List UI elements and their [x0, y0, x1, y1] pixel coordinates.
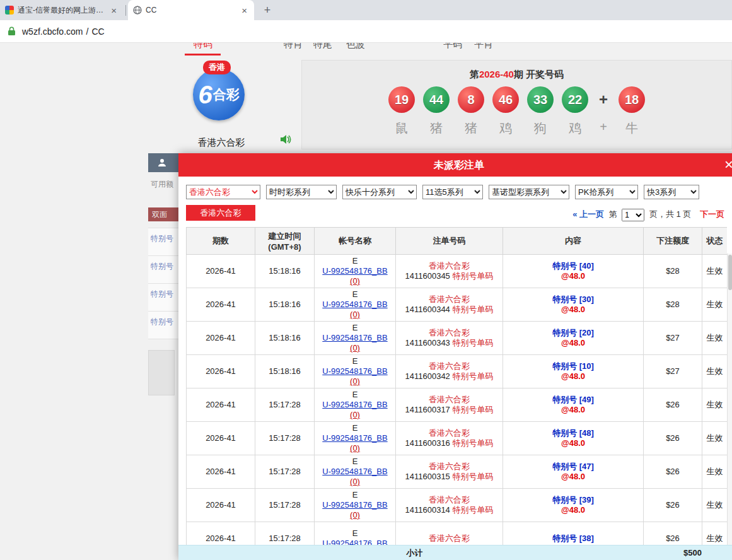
account-link[interactable]: U-992548176_BB: [322, 500, 387, 510]
account-prefix: E: [317, 457, 393, 467]
subtotal-label: 小计: [186, 545, 643, 560]
account-link[interactable]: U-992548176_BB: [322, 266, 387, 276]
plus-sign: +: [599, 86, 608, 113]
cell-status: 生效: [702, 489, 728, 522]
user-icon: [157, 158, 167, 168]
url-bar[interactable]: w5zf.cbcfo.com/CC: [0, 20, 732, 43]
lock-icon[interactable]: [8, 26, 16, 36]
tab-divider: [125, 5, 126, 16]
account-extra[interactable]: (0): [350, 376, 360, 386]
nav-item-texiao[interactable]: 特肖: [284, 43, 303, 50]
subtotal-row: 小计 $500: [178, 545, 732, 560]
new-tab-button[interactable]: +: [259, 2, 276, 18]
account-link[interactable]: U-992548176_BB: [322, 433, 387, 443]
browser-window: 通宝-信誉最好的网上游戏平 × CC × + w5zf.cbcfo.com/CC…: [0, 0, 732, 560]
double-side-tab[interactable]: 双面: [148, 207, 178, 221]
tab2-close-icon[interactable]: ×: [240, 5, 249, 16]
bet-lottery: 香港六合彩: [398, 328, 500, 338]
next-page-link[interactable]: 下一页: [700, 209, 724, 219]
nav-item-pingma[interactable]: 平码: [443, 43, 462, 50]
cell-account: E U-992548176_BB: [315, 522, 396, 545]
bet-lottery: 香港六合彩: [398, 361, 500, 371]
ball-column: 33 狗: [526, 86, 555, 137]
bet-number: 1411600317: [405, 405, 450, 414]
cell-betno: 香港六合彩 1411600314 特别号单码: [396, 489, 503, 522]
close-icon[interactable]: ×: [724, 153, 732, 176]
browser-tabbar: 通宝-信誉最好的网上游戏平 × CC × +: [0, 0, 732, 20]
account-extra[interactable]: (0): [350, 310, 360, 319]
plus-sign-small: +: [600, 120, 607, 134]
col-content: 内容: [503, 228, 644, 255]
logo-six-text: 6: [198, 81, 212, 109]
active-lottery-tab[interactable]: 香港六合彩: [186, 205, 255, 221]
cell-issue: 2026-41: [187, 322, 255, 355]
speaker-icon[interactable]: [279, 133, 292, 146]
account-extra[interactable]: (0): [350, 410, 360, 419]
filter-select-klsf[interactable]: 快乐十分系列: [342, 185, 417, 199]
cell-betno: 香港六合彩: [396, 522, 503, 545]
account-extra[interactable]: (0): [350, 276, 360, 286]
table-row: 2026-41 15:18:16 E U-992548176_BB (0) 香港…: [187, 288, 728, 322]
cell-betno: 香港六合彩 1411600315 特别号单码: [396, 455, 503, 489]
special-ball-column: 18 牛: [617, 86, 646, 137]
cell-time: 15:18:16: [255, 355, 315, 388]
browser-tab-1[interactable]: 通宝-信誉最好的网上游戏平 ×: [0, 0, 124, 20]
account-extra[interactable]: (0): [350, 477, 360, 486]
bet-type-item[interactable]: 特别号: [148, 284, 178, 312]
account-prefix: E: [317, 356, 393, 366]
cell-account: E U-992548176_BB (0): [315, 322, 396, 355]
cell-issue: 2026-41: [187, 455, 255, 489]
col-betno: 注单号码: [396, 228, 503, 255]
account-extra[interactable]: (0): [350, 510, 360, 520]
filter-select-k3[interactable]: 快3系列: [644, 185, 699, 199]
account-link[interactable]: U-992548176_BB: [322, 333, 387, 342]
nav-item-tema[interactable]: 特码: [194, 43, 212, 50]
nav-item-sebo[interactable]: 色波: [346, 43, 365, 50]
nav-item-pingxiao[interactable]: 平肖: [474, 43, 493, 50]
bet-type-item[interactable]: 特别号: [148, 228, 178, 256]
account-link[interactable]: U-992548176_BB: [322, 467, 387, 476]
filter-select-pk10[interactable]: PK拾系列: [575, 185, 638, 199]
nav-item-tewei[interactable]: 特尾: [313, 43, 332, 50]
bet-pick: 特别号 [48]: [506, 428, 641, 438]
cell-account: E U-992548176_BB (0): [315, 422, 396, 455]
url-domain: w5zf.cbcfo.com: [22, 26, 83, 37]
bet-number: 1411600344: [405, 305, 450, 314]
account-prefix: E: [317, 289, 393, 300]
prev-page-link[interactable]: « 上一页: [572, 209, 604, 219]
account-prefix: E: [317, 323, 393, 333]
zodiac-label: 鼠: [395, 120, 408, 137]
tab1-close-icon[interactable]: ×: [109, 5, 119, 16]
lottery-ball: 8: [458, 86, 484, 113]
bet-pick: 特别号 [38]: [506, 534, 641, 544]
cell-issue: 2026-41: [187, 422, 255, 455]
cell-time: 15:17:28: [255, 522, 315, 545]
browser-tab-2[interactable]: CC ×: [128, 0, 254, 20]
account-link[interactable]: U-992548176_BB: [322, 366, 387, 376]
account-link[interactable]: U-992548176_BB: [322, 300, 387, 309]
account-link[interactable]: U-992548176_BB: [322, 400, 387, 409]
filter-select-mark6[interactable]: 香港六合彩: [186, 185, 260, 199]
account-extra[interactable]: (0): [350, 443, 360, 453]
bet-type-item[interactable]: 特别号: [148, 312, 178, 339]
modal-header: 未派彩注单 ×: [178, 153, 732, 177]
account-link[interactable]: U-992548176_BB: [322, 539, 387, 545]
table-scrollbar[interactable]: [727, 254, 732, 545]
url-text: w5zf.cbcfo.com/CC: [22, 26, 105, 37]
bet-type-item[interactable]: 特别号: [148, 256, 178, 284]
account-extra[interactable]: (0): [350, 343, 360, 353]
filter-select-keno[interactable]: 基诺型彩票系列: [489, 185, 569, 199]
filter-select-11x5[interactable]: 11选5系列: [422, 185, 483, 199]
cell-amount: $26: [644, 489, 702, 522]
bet-type: 特别号单码: [452, 338, 493, 347]
zodiac-label: 牛: [625, 120, 638, 137]
pagination: « 上一页 第 1 页，共 1 页 下一页: [572, 209, 724, 221]
page-select[interactable]: 1: [622, 209, 644, 221]
scrollbar-thumb[interactable]: [728, 255, 732, 290]
cell-issue: 2026-41: [187, 388, 255, 422]
bet-pick: 特别号 [20]: [506, 328, 641, 338]
filter-select-ssc[interactable]: 时时彩系列: [266, 185, 337, 199]
zodiac-label: 狗: [534, 120, 547, 137]
cell-status: 生效: [702, 388, 728, 422]
cell-betno: 香港六合彩 1411600344 特别号单码: [396, 288, 503, 322]
